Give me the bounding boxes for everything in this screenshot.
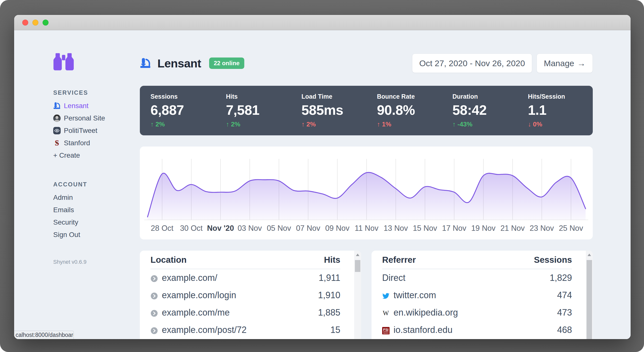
location-table-row: example.com/me1,885 <box>150 304 340 321</box>
stat-label: Duration <box>452 93 517 100</box>
sidebar: SERVICES LensantPersonal Site PolitiTwee… <box>53 51 138 265</box>
microscope-icon <box>140 58 151 69</box>
column-label: Location <box>150 255 186 265</box>
referrer-row-value: 473 <box>557 307 572 318</box>
stanford-icon: S <box>53 139 61 147</box>
manage-button[interactable]: Manage → <box>536 54 593 73</box>
stat-delta: ↑ 2% <box>226 120 291 128</box>
stat-value: 1.1 <box>528 102 593 118</box>
window-titlebar[interactable] <box>14 15 631 30</box>
traffic-lights <box>22 20 48 26</box>
stat-hits-session: Hits/Session1.1↓ 0% <box>517 86 593 135</box>
stat-label: Bounce Rate <box>377 93 442 100</box>
app-version-label: Shynet v0.6.9 <box>53 259 138 265</box>
sidebar-item-personal-site[interactable]: Personal Site <box>53 112 138 124</box>
svg-text:21 Nov: 21 Nov <box>500 224 525 233</box>
referrer-table-body: Direct1,829twitter.com474Wen.wikipedia.o… <box>382 269 572 339</box>
sidebar-item-sign-out[interactable]: Sign Out <box>53 229 138 241</box>
sidebar-section-account: ACCOUNT <box>53 181 138 188</box>
svg-text:Stanford: Stanford <box>383 332 388 334</box>
sidebar-item-label: Stanford <box>64 139 90 147</box>
stat-delta: ↑ 1% <box>377 120 442 128</box>
location-scrollbar[interactable] <box>354 251 361 339</box>
stat-label: Load Time <box>302 93 366 100</box>
minimize-window-button[interactable] <box>32 20 38 26</box>
stat-label: Sessions <box>150 93 215 100</box>
desktop-background: SERVICES LensantPersonal Site PolitiTwee… <box>0 0 644 352</box>
stat-value: 6,887 <box>150 102 215 118</box>
svg-text:30 Oct: 30 Oct <box>180 224 203 233</box>
stat-value: 585ms <box>302 102 366 118</box>
referrer-row-label: Direct <box>382 273 406 283</box>
location-row-value: 1,911 <box>319 273 340 283</box>
close-window-button[interactable] <box>22 20 28 26</box>
referrer-scrollbar[interactable] <box>586 251 593 339</box>
referrer-table-row: Wen.wikipedia.org473 <box>382 304 572 321</box>
svg-text:28 Oct: 28 Oct <box>151 224 174 233</box>
sidebar-item-stanford[interactable]: S Stanford <box>53 137 138 149</box>
date-range-button[interactable]: Oct 27, 2020 - Nov 26, 2020 <box>412 54 532 73</box>
hits-area-chart: 28 Oct30 OctNov '2003 Nov05 Nov07 Nov09 … <box>140 146 593 239</box>
svg-text:07 Nov: 07 Nov <box>296 224 320 233</box>
location-table-header: Location Hits <box>150 251 340 269</box>
scrollbar-thumb[interactable] <box>355 260 360 272</box>
svg-text:23 Nov: 23 Nov <box>530 224 554 233</box>
sidebar-item-label: Admin <box>53 194 73 202</box>
trend-up-arrow-icon: ↑ <box>452 120 456 128</box>
eye-badge-icon <box>53 127 61 134</box>
sidebar-item-label: Emails <box>53 206 74 214</box>
tables-row: Location Hits example.com/1,911 example.… <box>140 251 593 339</box>
arrow-right-icon: → <box>577 59 586 68</box>
header-actions: Oct 27, 2020 - Nov 26, 2020 Manage → <box>412 54 593 73</box>
stat-label: Hits <box>226 93 291 100</box>
svg-text:11 Nov: 11 Nov <box>355 224 378 233</box>
location-row-label: example.com/login <box>162 290 236 300</box>
column-label: Hits <box>324 255 340 265</box>
traffic-chart-card: 28 Oct30 OctNov '2003 Nov05 Nov07 Nov09 … <box>140 146 593 239</box>
referrer-table-row: Direct1,829 <box>382 269 572 287</box>
sidebar-item-label: + Create <box>53 151 80 159</box>
stat-value: 7,581 <box>226 102 291 118</box>
online-count-badge: 22 online <box>209 58 244 69</box>
sidebar-item-emails[interactable]: Emails <box>53 204 138 216</box>
stat-sessions: Sessions6,887↑ 2% <box>140 86 215 135</box>
sidebar-item-admin[interactable]: Admin <box>53 191 138 204</box>
svg-text:09 Nov: 09 Nov <box>325 224 350 233</box>
referrer-table-header: Referrer Sessions <box>382 251 572 269</box>
stat-delta: ↑ -43% <box>452 120 517 128</box>
fsi-icon: FSI Stanford <box>382 326 390 334</box>
manage-button-label: Manage <box>544 59 574 68</box>
page-title: Lensant <box>158 57 201 70</box>
binoculars-logo-icon[interactable] <box>53 51 74 70</box>
stat-bounce-rate: Bounce Rate90.8%↑ 1% <box>366 86 442 135</box>
svg-text:25 Nov: 25 Nov <box>559 224 583 233</box>
app-window: SERVICES LensantPersonal Site PolitiTwee… <box>14 15 631 339</box>
trend-up-arrow-icon: ↑ <box>377 120 380 128</box>
referrer-table-row: twitter.com474 <box>382 287 572 304</box>
sidebar-list-account: AdminEmailsSecuritySign Out <box>53 191 138 241</box>
stat-delta: ↑ 2% <box>150 120 215 128</box>
sidebar-item-security[interactable]: Security <box>53 216 138 229</box>
scroll-up-arrow-icon[interactable] <box>356 254 359 256</box>
svg-text:17 Nov: 17 Nov <box>442 224 466 233</box>
chevron-circle-icon <box>150 274 158 282</box>
sidebar-item-label: PolitiTweet <box>64 127 97 135</box>
stat-load-time: Load Time585ms↑ 2% <box>291 86 366 135</box>
svg-text:W: W <box>383 310 389 317</box>
referrer-row-value: 474 <box>557 290 572 300</box>
sidebar-item-polititweet[interactable]: PolitiTweet <box>53 124 138 137</box>
sidebar-item-create[interactable]: + Create <box>53 149 138 162</box>
chevron-circle-icon <box>150 309 158 316</box>
sidebar-item-label: Security <box>53 218 78 226</box>
twitter-icon <box>382 291 390 299</box>
referrer-row-value: 1,829 <box>550 273 572 283</box>
location-table-row: example.com/login1,910 <box>150 287 340 304</box>
location-table-card: Location Hits example.com/1,911 example.… <box>140 251 361 339</box>
sidebar-item-label: Personal Site <box>64 114 105 122</box>
scroll-up-arrow-icon[interactable] <box>588 254 591 256</box>
zoom-window-button[interactable] <box>42 20 48 26</box>
referrer-table-card: Referrer Sessions Direct1,829twitter.com… <box>372 251 593 339</box>
sidebar-item-lensant[interactable]: Lensant <box>53 100 138 112</box>
scrollbar-thumb[interactable] <box>586 260 592 339</box>
svg-text:03 Nov: 03 Nov <box>238 224 262 233</box>
